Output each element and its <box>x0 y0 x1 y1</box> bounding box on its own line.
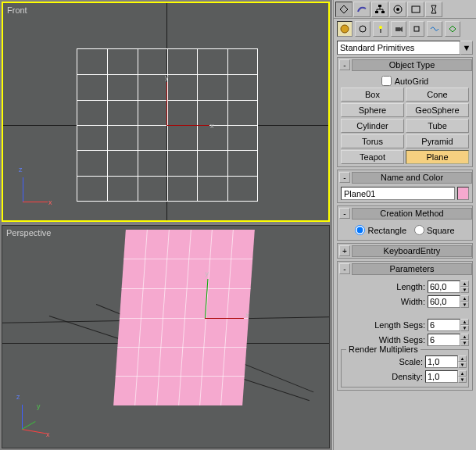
autogrid-label: AutoGrid <box>395 77 428 86</box>
width-spinner[interactable]: ▲▼ <box>428 295 469 308</box>
length-label: Length: <box>396 282 425 291</box>
plane-shaded-perspective[interactable]: x y <box>113 230 255 405</box>
svg-rect-2 <box>381 11 385 13</box>
hierarchy-tab-icon[interactable] <box>371 2 388 17</box>
svg-rect-5 <box>412 6 420 12</box>
primitive-buttons: BoxConeSphereGeoSphereCylinderTubeTorusP… <box>341 88 469 164</box>
rollout-expand-button[interactable]: + <box>339 245 350 256</box>
spinner-down-icon[interactable]: ▼ <box>458 377 467 383</box>
svg-point-6 <box>341 25 349 33</box>
scale-label: Scale: <box>399 357 423 366</box>
spinner-down-icon[interactable]: ▼ <box>460 340 469 346</box>
spinner-down-icon[interactable]: ▼ <box>460 287 469 293</box>
svg-rect-10 <box>414 27 419 31</box>
render-multipliers-group: Render Multipliers Scale:▲▼ Density:▲▼ <box>341 349 469 388</box>
torus-button[interactable]: Torus <box>341 134 404 148</box>
rollout-collapse-button[interactable]: - <box>339 59 350 70</box>
length-segs-label: Length Segs: <box>374 320 425 330</box>
keyboard-entry-rollout: + KeyboardEntry <box>337 243 473 259</box>
create-subtabs <box>334 19 476 39</box>
spinner-down-icon[interactable]: ▼ <box>458 362 467 368</box>
sphere-button[interactable]: Sphere <box>341 103 404 117</box>
length-segs-spinner[interactable]: ▲▼ <box>428 319 469 331</box>
dropdown-arrow-icon[interactable]: ▼ <box>460 41 473 55</box>
spinner-down-icon[interactable]: ▼ <box>460 302 469 308</box>
parameters-title: Parameters <box>352 263 472 275</box>
width-label: Width: <box>401 297 425 306</box>
parameters-rollout: - Parameters Length:▲▼ Width:▲▼ Length S… <box>337 261 473 391</box>
category-dropdown-value[interactable] <box>337 41 460 55</box>
cameras-subtab-icon[interactable] <box>391 21 406 37</box>
object-type-title: Object Type <box>352 59 472 71</box>
axis-tripod-front: z x <box>19 167 58 206</box>
axis-tripod-perspective: z x y <box>18 395 57 434</box>
square-radio[interactable]: Square <box>414 225 454 235</box>
object-color-swatch[interactable] <box>457 187 469 200</box>
spinner-down-icon[interactable]: ▼ <box>460 325 469 331</box>
modify-tab-icon[interactable] <box>353 2 370 17</box>
command-panel-tabs <box>334 0 476 19</box>
svg-rect-1 <box>375 11 378 13</box>
density-spinner[interactable]: ▲▼ <box>425 370 467 383</box>
display-tab-icon[interactable] <box>407 2 424 17</box>
spacewarps-subtab-icon[interactable] <box>427 21 442 37</box>
name-color-rollout: - Name and Color <box>337 170 473 203</box>
spinner-up-icon[interactable]: ▲ <box>458 370 467 377</box>
viewport-front[interactable]: Front x y z x <box>2 2 330 222</box>
command-panel: ▼ - Object Type AutoGrid BoxConeSphereGe… <box>333 0 476 450</box>
scale-spinner[interactable]: ▲▼ <box>425 355 467 368</box>
systems-subtab-icon[interactable] <box>445 21 460 37</box>
helpers-subtab-icon[interactable] <box>409 21 424 37</box>
category-dropdown[interactable]: ▼ <box>337 41 473 55</box>
svg-point-8 <box>379 26 382 29</box>
length-spinner[interactable]: ▲▼ <box>428 280 469 293</box>
name-color-title: Name and Color <box>352 172 472 184</box>
object-type-rollout: - Object Type AutoGrid BoxConeSphereGeoS… <box>337 57 473 167</box>
width-segs-label: Width Segs: <box>379 335 425 345</box>
autogrid-checkbox[interactable] <box>381 76 392 86</box>
object-name-input[interactable] <box>341 187 455 200</box>
creation-method-rollout: - Creation Method Rectangle Square <box>337 205 473 241</box>
viewport-area: Front x y z x Perspective <box>0 0 332 450</box>
tube-button[interactable]: Tube <box>406 119 469 133</box>
spinner-up-icon[interactable]: ▲ <box>460 319 469 325</box>
perspective-content: x y z x y <box>2 226 329 448</box>
motion-tab-icon[interactable] <box>389 2 406 17</box>
plane-button[interactable]: Plane <box>406 150 469 164</box>
keyboard-entry-title: KeyboardEntry <box>352 245 472 257</box>
pyramid-button[interactable]: Pyramid <box>406 134 469 148</box>
rollout-collapse-button[interactable]: - <box>339 208 350 219</box>
width-segs-spinner[interactable]: ▲▼ <box>428 334 469 346</box>
create-tab-icon[interactable] <box>335 2 353 17</box>
shapes-subtab-icon[interactable] <box>355 21 370 37</box>
cone-button[interactable]: Cone <box>406 88 469 102</box>
svg-rect-9 <box>395 27 400 31</box>
spinner-up-icon[interactable]: ▲ <box>458 355 467 362</box>
geosphere-button[interactable]: GeoSphere <box>406 103 469 117</box>
spinner-up-icon[interactable]: ▲ <box>460 280 469 287</box>
cylinder-button[interactable]: Cylinder <box>341 119 404 133</box>
density-label: Density: <box>392 372 423 381</box>
render-multipliers-label: Render Multipliers <box>346 345 421 354</box>
rectangle-radio[interactable]: Rectangle <box>355 225 406 235</box>
spinner-up-icon[interactable]: ▲ <box>460 334 469 340</box>
viewport-label-perspective: Perspective <box>6 228 51 238</box>
spinner-up-icon[interactable]: ▲ <box>460 295 469 302</box>
rollout-collapse-button[interactable]: - <box>339 263 350 274</box>
front-content: x y z x <box>3 3 328 220</box>
geometry-subtab-icon[interactable] <box>337 21 353 37</box>
teapot-button[interactable]: Teapot <box>341 150 404 164</box>
lights-subtab-icon[interactable] <box>373 21 388 37</box>
svg-point-7 <box>360 26 366 32</box>
viewport-perspective[interactable]: Perspective x y z x y <box>2 225 330 448</box>
box-button[interactable]: Box <box>341 88 404 102</box>
utilities-tab-icon[interactable] <box>425 2 442 17</box>
viewport-label-front: Front <box>7 5 27 15</box>
svg-rect-0 <box>378 5 381 7</box>
rollout-collapse-button[interactable]: - <box>339 172 350 183</box>
svg-point-4 <box>396 8 399 11</box>
creation-method-title: Creation Method <box>352 208 472 220</box>
